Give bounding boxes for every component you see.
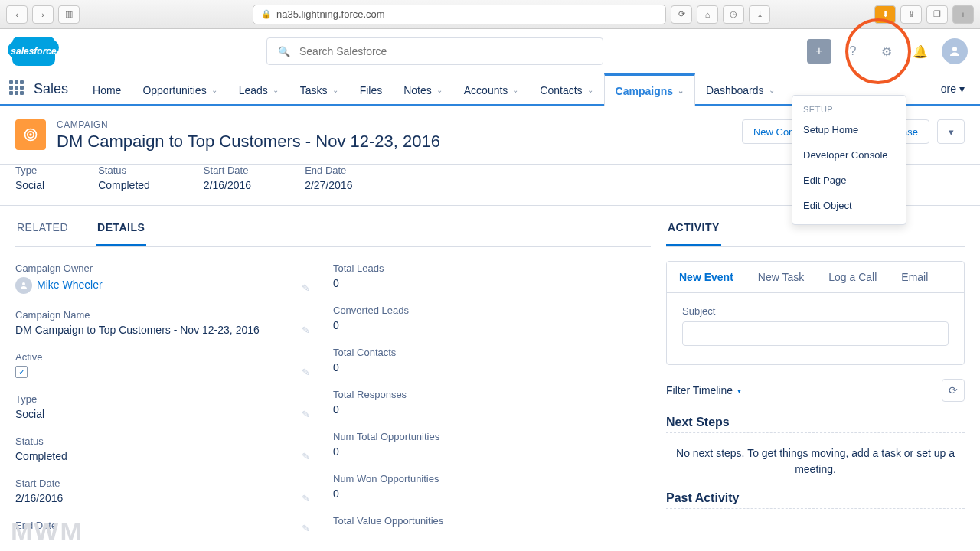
nav-tab-dashboards[interactable]: Dashboards⌄ [695, 73, 786, 104]
field-row: StatusCompleted✎ [15, 435, 315, 462]
field-row: End Date✎ [15, 520, 315, 534]
edit-icon[interactable]: ✎ [297, 409, 315, 420]
chevron-down-icon: ⌄ [678, 86, 684, 95]
chevron-down-icon: ⌄ [769, 86, 775, 94]
next-steps-heading: Next Steps [666, 416, 965, 433]
field-row: Total Leads0 [333, 262, 632, 289]
setup-menu-item[interactable]: Edit Page [792, 168, 906, 193]
field-row: TypeSocial✎ [15, 393, 315, 420]
field-row: Total Value Opportunities [333, 515, 632, 530]
field-row: Num Won Opportunities0 [333, 473, 632, 500]
field-row: Converted Leads0 [333, 305, 632, 331]
edit-icon[interactable]: ✎ [297, 451, 315, 462]
record-tabs: RELATED DETAILS [15, 210, 651, 247]
next-steps-empty: No next steps. To get things moving, add… [666, 445, 965, 478]
checkbox-checked: ✓ [15, 366, 28, 378]
salesforce-logo[interactable]: salesforce [12, 37, 55, 66]
nav-tab-home[interactable]: Home [82, 73, 132, 104]
edit-icon[interactable]: ✎ [297, 324, 315, 336]
page-title: DM Campaign to Top Customers - Nov 12-23… [57, 132, 440, 152]
setup-menu: SETUP Setup HomeDeveloper ConsoleEdit Pa… [792, 95, 906, 225]
app-launcher-icon[interactable] [9, 80, 26, 97]
tab-related[interactable]: RELATED [15, 210, 70, 246]
avatar[interactable] [942, 38, 968, 64]
subject-input[interactable] [682, 321, 949, 346]
svg-point-4 [22, 282, 25, 285]
history-button[interactable]: ◷ [723, 5, 744, 24]
composer-tab-new-task[interactable]: New Task [746, 262, 816, 292]
global-search[interactable]: 🔍 [266, 37, 603, 65]
field-row: Total Responses0 [333, 389, 632, 416]
field-row: Campaign NameDM Campaign to Top Customer… [15, 309, 315, 336]
setup-gear-icon[interactable]: ⚙ [874, 39, 899, 64]
stat: TypeSocial [15, 165, 44, 191]
global-actions-button[interactable]: + [807, 39, 831, 64]
object-label: CAMPAIGN [57, 119, 440, 130]
edit-icon[interactable]: ✎ [297, 523, 315, 534]
more-actions-button[interactable]: ▾ [937, 119, 965, 144]
downloads-button[interactable]: ⤓ [749, 5, 770, 24]
address-bar[interactable]: 🔒 na35.lightning.force.com [253, 5, 666, 24]
subject-label: Subject [682, 305, 949, 317]
tab-details[interactable]: DETAILS [96, 210, 146, 246]
tab-activity[interactable]: ACTIVITY [666, 210, 721, 246]
edit-icon[interactable]: ✎ [297, 367, 315, 378]
composer-tab-new-event[interactable]: New Event [667, 262, 746, 292]
chevron-down-icon: ⌄ [273, 86, 279, 94]
field-row: Total Contacts0 [333, 347, 632, 373]
field-row: Campaign OwnerMike Wheeler✎ [15, 262, 315, 294]
reload-button[interactable]: ⟳ [671, 5, 692, 24]
new-tab-button[interactable]: + [952, 5, 974, 24]
home-button[interactable]: ⌂ [697, 5, 718, 24]
setup-menu-heading: SETUP [792, 102, 906, 117]
back-button[interactable]: ‹ [6, 5, 28, 24]
refresh-button[interactable]: ⟳ [942, 379, 965, 402]
search-icon: 🔍 [278, 46, 290, 57]
filter-timeline[interactable]: Filter Timeline [666, 384, 733, 396]
nav-tab-campaigns[interactable]: Campaigns⌄ [604, 73, 695, 106]
lock-icon: 🔒 [261, 9, 272, 19]
stat: Start Date2/16/2016 [204, 165, 251, 191]
stat: End Date2/27/2016 [305, 165, 352, 191]
setup-menu-item[interactable]: Developer Console [792, 142, 906, 168]
tabs-button[interactable]: ❐ [926, 5, 948, 24]
person-icon [15, 277, 32, 294]
notifications-icon[interactable]: 🔔 [908, 39, 933, 64]
chevron-down-icon: ▾ [737, 386, 741, 395]
campaign-icon [15, 119, 46, 150]
chevron-down-icon: ⌄ [587, 86, 593, 94]
field-row: Active✓✎ [15, 351, 315, 378]
updates-icon[interactable]: ⬇ [874, 5, 896, 24]
chevron-down-icon: ⌄ [211, 86, 217, 94]
stat: StatusCompleted [98, 165, 150, 191]
edit-icon[interactable]: ✎ [297, 493, 315, 504]
forward-button[interactable]: › [32, 5, 54, 24]
global-header: salesforce 🔍 + ? ⚙ 🔔 [0, 29, 980, 73]
edit-icon[interactable]: ✎ [297, 282, 315, 294]
nav-tab-tasks[interactable]: Tasks⌄ [289, 73, 349, 104]
search-input[interactable] [299, 45, 592, 57]
field-row: Start Date2/16/2016✎ [15, 478, 315, 504]
share-button[interactable]: ⇪ [900, 5, 922, 24]
help-icon[interactable]: ? [841, 39, 865, 64]
chevron-down-icon: ⌄ [332, 86, 338, 94]
setup-menu-item[interactable]: Edit Object [792, 193, 906, 218]
chevron-down-icon: ⌄ [512, 86, 518, 94]
field-row: Num Total Opportunities0 [333, 431, 632, 458]
app-name: Sales [34, 81, 68, 97]
sidebar-toggle[interactable]: ▥ [58, 5, 80, 24]
svg-point-0 [952, 47, 957, 51]
nav-tab-opportunities[interactable]: Opportunities⌄ [132, 73, 227, 104]
activity-composer: New EventNew TaskLog a CallEmail Subject [666, 261, 965, 365]
nav-tab-notes[interactable]: Notes⌄ [393, 73, 453, 104]
nav-tab-accounts[interactable]: Accounts⌄ [453, 73, 530, 104]
composer-tab-log-a-call[interactable]: Log a Call [816, 262, 889, 292]
nav-more[interactable]: ore▾ [935, 83, 971, 95]
browser-chrome: ‹ › ▥ 🔒 na35.lightning.force.com ⟳ ⌂ ◷ ⤓… [0, 0, 980, 29]
setup-menu-item[interactable]: Setup Home [792, 117, 906, 142]
chevron-down-icon: ⌄ [436, 86, 443, 94]
composer-tab-email[interactable]: Email [889, 262, 940, 292]
nav-tab-leads[interactable]: Leads⌄ [228, 73, 289, 104]
nav-tab-files[interactable]: Files [349, 73, 394, 104]
nav-tab-contacts[interactable]: Contacts⌄ [529, 73, 603, 104]
